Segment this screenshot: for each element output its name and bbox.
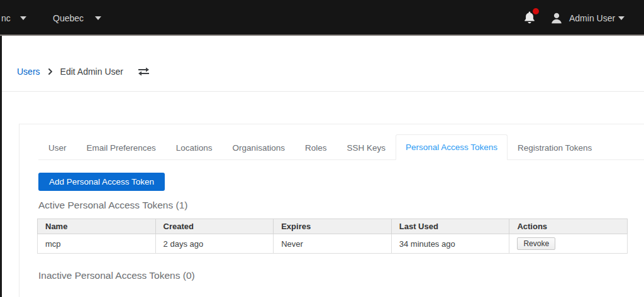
breadcrumb-bar: Users Edit Admin User [2,37,644,92]
tab-registration-tokens[interactable]: Registration Tokens [508,135,602,160]
tab-email-preferences[interactable]: Email Preferences [77,135,166,160]
tab-personal-access-tokens[interactable]: Personal Access Tokens [396,134,508,160]
location-selector[interactable]: Quebec [53,0,84,36]
inactive-tokens-heading: Inactive Personal Access Tokens (0) [38,270,644,281]
column-header-name: Name [38,219,156,234]
tab-organisations[interactable]: Organisations [223,135,295,160]
location-selector-caret[interactable] [95,0,101,36]
user-icon [550,10,569,26]
chevron-down-icon [20,16,26,20]
token-name-cell: mcp [38,234,156,254]
revoke-button[interactable]: Revoke [517,237,555,250]
column-header-expires: Expires [274,219,392,234]
org-selector[interactable]: nc [1,0,11,36]
token-actions-cell: Revoke [509,234,628,254]
user-edit-card: User Email Preferences Locations Organis… [19,124,644,297]
column-header-last-used: Last Used [391,219,509,234]
breadcrumb-link-users[interactable]: Users [17,67,40,77]
tab-user[interactable]: User [38,135,77,160]
table-row: mcp 2 days ago Never 34 minutes ago Revo… [38,234,628,254]
add-personal-access-token-button[interactable]: Add Personal Access Token [38,173,165,191]
token-expires-cell: Never [274,234,392,254]
chevron-down-icon [95,16,101,20]
top-navbar: nc Quebec Admin User [0,0,644,36]
org-selector-label: nc [1,13,11,23]
user-menu[interactable]: Admin User [550,0,615,36]
token-created-cell: 2 days ago [155,234,274,254]
breadcrumb: Users Edit Admin User [17,67,150,77]
tab-locations[interactable]: Locations [166,135,223,160]
breadcrumb-current: Edit Admin User [60,67,123,77]
active-tokens-table: Name Created Expires Last Used Actions m… [37,219,628,254]
org-selector-caret[interactable] [20,0,26,36]
chevron-down-icon [618,16,625,20]
table-header-row: Name Created Expires Last Used Actions [38,219,628,234]
active-tokens-heading: Active Personal Access Tokens (1) [38,200,644,211]
user-menu-label: Admin User [569,13,615,23]
tab-ssh-keys[interactable]: SSH Keys [336,135,396,160]
notifications-button[interactable] [523,0,538,36]
switch-user-icon[interactable] [137,67,150,77]
tab-roles[interactable]: Roles [295,135,337,160]
token-last-used-cell: 34 minutes ago [391,234,509,254]
location-selector-label: Quebec [53,13,84,23]
user-edit-tabs: User Email Preferences Locations Organis… [38,134,644,160]
breadcrumb-chevron-icon [47,68,53,75]
unread-notification-dot [533,8,539,14]
column-header-created: Created [155,219,274,234]
user-menu-caret[interactable] [618,0,625,36]
column-header-actions: Actions [509,219,628,234]
